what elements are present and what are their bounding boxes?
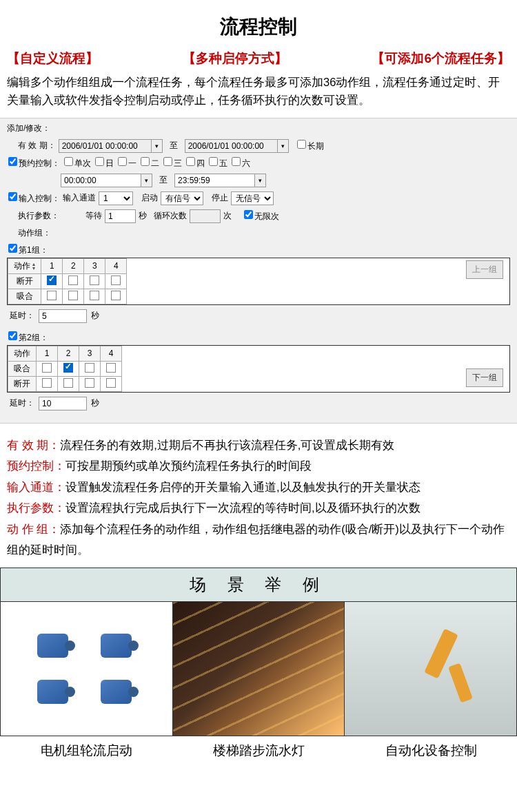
caption-motors: 电机组轮流启动 xyxy=(0,736,172,767)
g2-break-4-checkbox[interactable] xyxy=(106,378,116,388)
tag-tasks: 【可添加6个流程任务】 xyxy=(372,50,510,67)
g1-close-4-checkbox[interactable] xyxy=(111,291,121,300)
sort-icon[interactable]: ▴▾ xyxy=(32,262,35,271)
date-to-dropdown-icon[interactable]: ▾ xyxy=(278,139,289,153)
reserve-checkbox[interactable] xyxy=(8,157,17,166)
g1-break-4-checkbox[interactable] xyxy=(111,275,121,285)
g1-close-1-checkbox[interactable] xyxy=(47,291,57,300)
long-term-checkbox[interactable] xyxy=(297,140,306,149)
col4-header[interactable]: 4 xyxy=(105,258,127,273)
to-label-2: 至 xyxy=(159,174,168,186)
exp-reserve-term: 预约控制： xyxy=(7,459,65,472)
g1-break-3-checkbox[interactable] xyxy=(90,275,99,285)
col1-header[interactable]: 1 xyxy=(41,258,63,273)
day-wed: 三 xyxy=(174,158,182,168)
time-to-input[interactable] xyxy=(174,174,255,187)
times-label: 次 xyxy=(223,210,232,222)
g1-close-2-checkbox[interactable] xyxy=(68,291,78,300)
day-thu-checkbox[interactable] xyxy=(186,157,195,166)
g2-close-2-checkbox[interactable] xyxy=(63,363,73,373)
action-header-2: 动作 xyxy=(8,346,37,361)
g1-break-label: 断开 xyxy=(8,273,41,289)
exp-reserve-text: 可按星期预约或单次预约流程任务执行的时间段 xyxy=(65,459,312,472)
validity-label: 有 效 期： xyxy=(7,140,56,152)
motor-icon xyxy=(94,673,142,711)
delay1-label: 延时： xyxy=(10,310,34,322)
seconds-label-1: 秒 xyxy=(139,210,147,222)
long-term-label: 长期 xyxy=(307,141,324,151)
day-wed-checkbox[interactable] xyxy=(163,157,172,166)
config-panel: 添加/修改： 有 效 期： ▾ 至 ▾ 长期 预约控制： 单次 日 一 二 三 … xyxy=(0,118,517,424)
prev-group-button[interactable]: 上一组 xyxy=(466,260,503,279)
g1-break-2-checkbox[interactable] xyxy=(68,275,78,285)
g1-close-3-checkbox[interactable] xyxy=(90,291,99,300)
day-once-checkbox[interactable] xyxy=(64,157,73,166)
day-sun: 日 xyxy=(105,158,114,168)
g1-close-label: 吸合 xyxy=(8,289,41,304)
stop-signal-select[interactable]: 无信号 xyxy=(231,191,274,205)
g2-break-1-checkbox[interactable] xyxy=(42,378,52,388)
input-control-checkbox[interactable] xyxy=(8,192,17,201)
loop-input[interactable] xyxy=(190,209,221,223)
group2-table: 动作 1 2 3 4 吸合 断开 xyxy=(8,346,122,392)
caption-automation: 自动化设备控制 xyxy=(345,736,517,767)
exp-exec-text: 设置流程执行完成后执行下一次流程的等待时间,以及循环执行的次数 xyxy=(65,501,420,514)
delay2-input[interactable] xyxy=(39,397,87,410)
wait-label: 等待 xyxy=(85,210,102,222)
col2-header[interactable]: 2 xyxy=(63,258,84,273)
motor-icon xyxy=(94,627,142,665)
group1-box: 动作 ▴▾ 1 2 3 4 断开 吸合 xyxy=(7,258,510,305)
g2-close-4-checkbox[interactable] xyxy=(106,363,116,373)
seconds-label-2: 秒 xyxy=(91,310,99,322)
group2-checkbox[interactable] xyxy=(8,331,17,340)
examples-title: 场 景 举 例 xyxy=(0,568,517,602)
day-fri-checkbox[interactable] xyxy=(209,157,218,166)
g2-col1-header[interactable]: 1 xyxy=(37,346,58,361)
g2-break-2-checkbox[interactable] xyxy=(63,378,73,388)
g2-col4-header[interactable]: 4 xyxy=(101,346,122,361)
delay2-label: 延时： xyxy=(10,397,34,409)
example-captions: 电机组轮流启动 楼梯踏步流水灯 自动化设备控制 xyxy=(0,736,517,767)
delay1-input[interactable] xyxy=(39,309,87,323)
day-tue-checkbox[interactable] xyxy=(141,157,150,166)
panel-heading: 添加/修改： xyxy=(7,123,510,137)
next-group-button[interactable]: 下一组 xyxy=(466,368,503,387)
time-to-dropdown-icon[interactable]: ▾ xyxy=(255,174,266,187)
col3-header[interactable]: 3 xyxy=(84,258,105,273)
wait-input[interactable] xyxy=(105,209,136,223)
group1-label: 第1组： xyxy=(19,245,48,255)
time-from-dropdown-icon[interactable]: ▾ xyxy=(141,174,152,187)
example-motors xyxy=(1,602,173,736)
examples-row xyxy=(0,602,517,736)
day-sat-checkbox[interactable] xyxy=(232,157,241,166)
group2-label: 第2组： xyxy=(19,333,48,342)
g2-break-3-checkbox[interactable] xyxy=(85,378,94,388)
stop-label: 停止 xyxy=(212,192,228,204)
exp-action-text: 添加每个流程任务的动作组，动作组包括继电器的动作(吸合/断开)以及执行下一个动作… xyxy=(7,523,505,556)
robot-image xyxy=(345,602,516,736)
example-stairs xyxy=(173,602,345,736)
day-once: 单次 xyxy=(74,158,91,168)
date-from-input[interactable] xyxy=(59,139,152,153)
g1-break-1-checkbox[interactable] xyxy=(47,275,57,285)
group1-checkbox[interactable] xyxy=(8,244,17,253)
g2-col3-header[interactable]: 3 xyxy=(79,346,101,361)
unlimited-checkbox[interactable] xyxy=(244,210,253,219)
date-from-dropdown-icon[interactable]: ▾ xyxy=(152,139,163,153)
day-sun-checkbox[interactable] xyxy=(95,157,104,166)
motor-icon xyxy=(30,673,79,711)
caption-stairs: 楼梯踏步流水灯 xyxy=(172,736,345,767)
input-control-label: 输入控制： xyxy=(19,194,60,203)
day-thu: 四 xyxy=(196,158,205,168)
time-from-input[interactable] xyxy=(61,174,141,187)
day-mon: 一 xyxy=(128,158,136,168)
exp-exec-term: 执行参数： xyxy=(7,501,65,514)
feature-tags: 【自定义流程】 【多种启停方式】 【可添加6个流程任务】 xyxy=(0,50,517,73)
day-mon-checkbox[interactable] xyxy=(118,157,127,166)
start-signal-select[interactable]: 有信号 xyxy=(161,191,203,205)
g2-close-3-checkbox[interactable] xyxy=(85,363,94,373)
input-channel-select[interactable]: 1 xyxy=(99,191,133,205)
date-to-input[interactable] xyxy=(185,139,278,153)
g2-col2-header[interactable]: 2 xyxy=(58,346,79,361)
g2-close-1-checkbox[interactable] xyxy=(42,363,52,373)
